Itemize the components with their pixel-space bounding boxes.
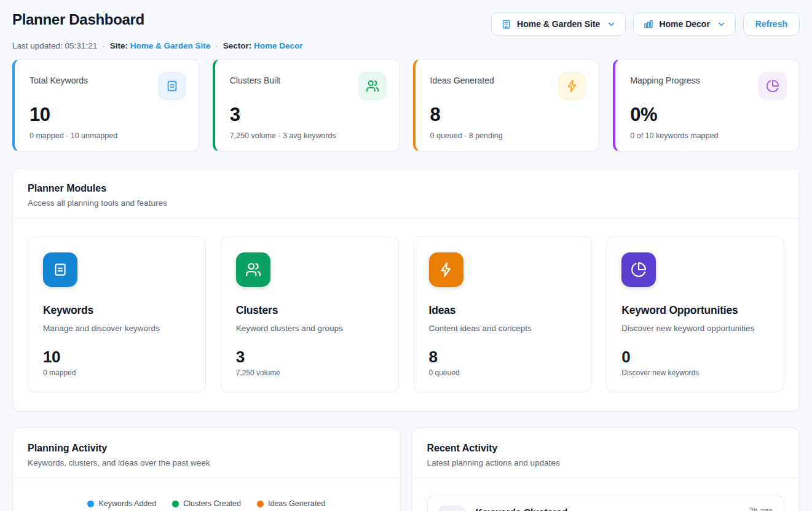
- module-subtext: Discover new keywords: [621, 369, 769, 377]
- module-subtext: 0 mapped: [43, 369, 191, 377]
- module-title: Clusters: [236, 304, 384, 317]
- planner-modules-section: Planner Modules Access all planning tool…: [12, 168, 800, 412]
- meta-separator: ·: [102, 41, 105, 50]
- divider: [13, 478, 400, 478]
- planning-activity-card: Planning Activity Keywords, clusters, an…: [12, 427, 401, 511]
- stat-value: 8: [430, 104, 587, 126]
- bottom-row: Planning Activity Keywords, clusters, an…: [12, 427, 800, 511]
- module-description: Manage and discover keywords: [43, 324, 191, 333]
- stat-label: Ideas Generated: [430, 72, 494, 85]
- stat-subtext: 0 mapped · 10 unmapped: [30, 131, 186, 140]
- stat-subtext: 0 queued · 8 pending: [430, 131, 587, 140]
- module-card-keyword-opportunities[interactable]: Keyword Opportunities Discover new keywo…: [606, 236, 784, 392]
- module-card-keywords[interactable]: Keywords Manage and discover keywords 10…: [28, 236, 206, 392]
- document-icon: [43, 252, 77, 287]
- legend-clusters-created[interactable]: Clusters Created: [172, 499, 241, 508]
- site-selector-dropdown[interactable]: Home & Garden Site: [491, 12, 626, 36]
- legend-dot: [257, 501, 264, 507]
- bar-chart-icon: [643, 19, 653, 29]
- stat-card-clusters-built: Clusters Built 3 7,250 volume · 3 avg ke…: [213, 59, 400, 152]
- chevron-down-icon: [607, 20, 616, 29]
- refresh-button[interactable]: Refresh: [743, 12, 800, 36]
- stat-value: 0%: [630, 104, 787, 126]
- stat-label: Total Keywords: [30, 72, 88, 85]
- module-card-ideas[interactable]: Ideas Content ideas and concepts 8 0 que…: [414, 236, 592, 392]
- lightning-icon: [558, 72, 586, 100]
- module-card-clusters[interactable]: Clusters Keyword clusters and groups 3 7…: [221, 236, 399, 392]
- site-selector-label: Home & Garden Site: [517, 19, 600, 29]
- chart-legend: Keywords Added Clusters Created Ideas Ge…: [13, 499, 400, 508]
- legend-dot: [87, 501, 94, 507]
- planner-dashboard-page: Planner Dashboard Home & Garden Site Hom…: [0, 0, 812, 511]
- legend-keywords-added[interactable]: Keywords Added: [87, 499, 156, 508]
- stat-value: 3: [230, 104, 387, 126]
- stats-row: Total Keywords 10 0 mapped · 10 unmapped…: [12, 59, 800, 152]
- meta-separator: ·: [215, 41, 218, 50]
- module-title: Ideas: [429, 304, 577, 317]
- module-subtext: 0 queued: [429, 369, 577, 377]
- module-subtext: 7,250 volume: [236, 369, 384, 377]
- document-icon: [158, 72, 186, 100]
- lightning-icon: [429, 252, 463, 287]
- site-meta: Site: Home & Garden Site: [110, 41, 211, 50]
- sector-meta: Sector: Home Decor: [223, 41, 303, 50]
- pie-chart-icon: [621, 252, 656, 287]
- legend-ideas-generated[interactable]: Ideas Generated: [257, 499, 325, 508]
- module-description: Keyword clusters and groups: [236, 324, 384, 333]
- pie-chart-icon: [759, 72, 787, 100]
- module-title: Keywords: [43, 304, 191, 317]
- sector-link[interactable]: Home Decor: [254, 41, 303, 50]
- chevron-down-icon: [717, 20, 726, 29]
- section-title: Planning Activity: [28, 443, 385, 454]
- section-title: Planner Modules: [28, 183, 784, 194]
- sector-selector-dropdown[interactable]: Home Decor: [633, 12, 735, 36]
- module-description: Content ideas and concepts: [429, 324, 577, 333]
- stat-subtext: 0 of 10 keywords mapped: [630, 131, 787, 140]
- stat-label: Clusters Built: [230, 72, 280, 85]
- last-updated-text: Last updated: 05:31:21: [12, 41, 97, 50]
- users-icon: [236, 252, 270, 287]
- activity-title: Keywords Clustered: [476, 507, 568, 511]
- users-icon: [358, 72, 387, 100]
- divider: [412, 478, 800, 478]
- stat-label: Mapping Progress: [630, 72, 700, 85]
- users-icon: [438, 505, 466, 511]
- stat-value: 10: [30, 104, 186, 126]
- stat-subtext: 7,250 volume · 3 avg keywords: [230, 131, 387, 140]
- stat-card-ideas-generated: Ideas Generated 8 0 queued · 8 pending: [413, 59, 600, 152]
- header-meta: Last updated: 05:31:21 · Site: Home & Ga…: [12, 41, 800, 50]
- module-value: 0: [621, 348, 769, 367]
- activity-timestamp: 2h ago: [749, 507, 773, 511]
- section-subtitle: Keywords, clusters, and ideas over the p…: [28, 458, 385, 467]
- page-title: Planner Dashboard: [12, 11, 144, 28]
- section-subtitle: Access all planning tools and features: [28, 198, 784, 208]
- module-value: 8: [429, 348, 577, 367]
- section-subtitle: Latest planning actions and updates: [427, 458, 785, 467]
- sector-selector-label: Home Decor: [659, 19, 709, 29]
- building-icon: [501, 19, 511, 29]
- header-controls: Home & Garden Site Home Decor Refresh: [491, 12, 800, 36]
- stat-card-mapping-progress: Mapping Progress 0% 0 of 10 keywords map…: [613, 59, 800, 152]
- activity-list-item: Keywords Clustered 2h ago 3 new clusters…: [427, 496, 785, 511]
- module-value: 10: [43, 348, 191, 367]
- page-header: Planner Dashboard Home & Garden Site Hom…: [12, 11, 800, 36]
- section-title: Recent Activity: [427, 443, 785, 454]
- module-title: Keyword Opportunities: [621, 304, 769, 317]
- stat-card-total-keywords: Total Keywords 10 0 mapped · 10 unmapped: [12, 59, 199, 152]
- module-description: Discover new keyword opportunities: [621, 324, 769, 333]
- modules-grid: Keywords Manage and discover keywords 10…: [13, 219, 799, 411]
- site-link[interactable]: Home & Garden Site: [130, 41, 211, 50]
- recent-activity-card: Recent Activity Latest planning actions …: [412, 427, 800, 511]
- module-value: 3: [236, 348, 384, 367]
- legend-dot: [172, 501, 179, 507]
